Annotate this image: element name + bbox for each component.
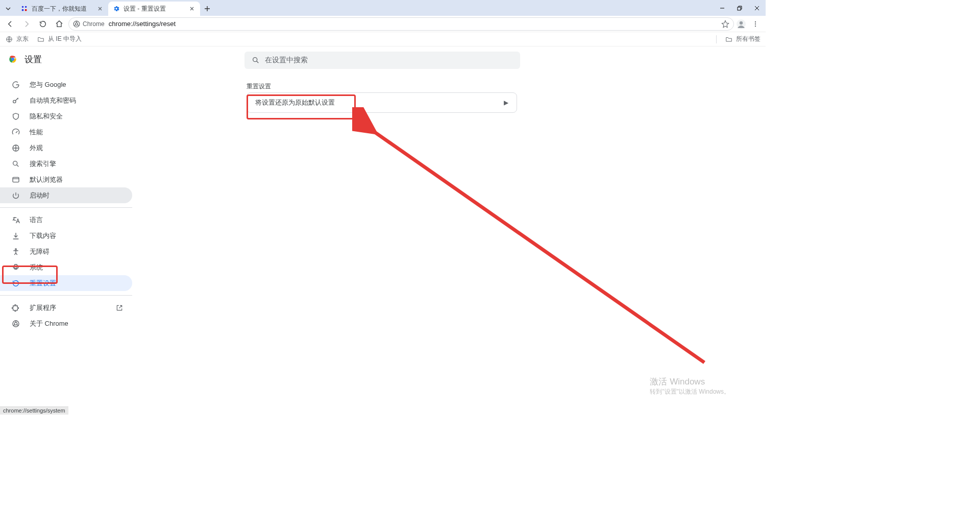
bookmarks-bar: 京东 从 IE 中导入 所有书签 — [0, 32, 766, 46]
windows-activation-watermark: 激活 Windows 转到"设置"以激活 Windows。 — [650, 376, 730, 396]
chrome-logo-icon — [8, 55, 17, 64]
tab-settings[interactable]: 设置 - 重置设置 — [108, 2, 200, 16]
settings-nav: 您与 Google 自动填充和密码 隐私和安全 性能 外观 搜索引擎 默认浏览器… — [0, 77, 135, 331]
download-icon — [11, 231, 20, 240]
nav-separator — [0, 295, 132, 296]
nav-privacy[interactable]: 隐私和安全 — [0, 108, 132, 124]
omnibox[interactable]: Chrome chrome://settings/reset — [68, 17, 734, 31]
browser-toolbar: Chrome chrome://settings/reset — [0, 16, 766, 32]
back-button[interactable] — [3, 17, 17, 31]
settings-header: 设置 — [0, 47, 135, 71]
reset-settings-label: 将设置还原为原始默认设置 — [255, 98, 335, 107]
nav-label: 性能 — [30, 128, 43, 137]
window-close-button[interactable] — [748, 0, 766, 16]
search-placeholder: 在设置中搜索 — [265, 56, 308, 65]
shield-icon — [11, 112, 20, 121]
svg-rect-20 — [13, 177, 19, 182]
nav-downloads[interactable]: 下载内容 — [0, 228, 132, 244]
nav-label: 外观 — [30, 143, 43, 153]
language-icon — [11, 215, 20, 225]
globe-icon — [5, 35, 13, 43]
status-bar: chrome://settings/system — [0, 406, 68, 415]
nav-label: 重置设置 — [30, 279, 56, 288]
watermark-line2: 转到"设置"以激活 Windows。 — [650, 388, 730, 396]
reload-button[interactable] — [36, 17, 50, 31]
titlebar: 百度一下，你就知道 设置 - 重置设置 — [0, 0, 766, 16]
profile-avatar[interactable] — [736, 19, 746, 29]
key-icon — [11, 96, 20, 105]
reset-icon — [11, 279, 20, 288]
search-icon — [11, 159, 20, 168]
svg-point-1 — [25, 6, 27, 8]
forward-button[interactable] — [19, 17, 34, 31]
nav-appearance[interactable]: 外观 — [0, 140, 132, 156]
nav-accessibility[interactable]: 无障碍 — [0, 244, 132, 259]
nav-default-browser[interactable]: 默认浏览器 — [0, 172, 132, 187]
svg-point-6 — [76, 22, 78, 25]
bookmark-star-icon[interactable] — [721, 20, 729, 28]
svg-point-16 — [11, 58, 14, 60]
nav-label: 默认浏览器 — [30, 175, 63, 184]
nav-label: 无障碍 — [30, 247, 50, 256]
page-title: 设置 — [24, 54, 42, 65]
divider — [716, 35, 717, 43]
bookmark-ie-import[interactable]: 从 IE 中导入 — [37, 35, 82, 43]
nav-reset[interactable]: 重置设置 — [0, 275, 132, 291]
nav-search-engine[interactable]: 搜索引擎 — [0, 156, 132, 172]
nav-autofill[interactable]: 自动填充和密码 — [0, 92, 132, 108]
nav-label: 关于 Chrome — [30, 319, 68, 328]
svg-point-17 — [13, 100, 16, 103]
url-text: chrome://settings/reset — [109, 20, 717, 28]
browser-icon — [11, 175, 20, 184]
svg-point-2 — [22, 9, 24, 11]
nav-about-chrome[interactable]: 关于 Chrome — [0, 316, 132, 331]
bookmark-jd[interactable]: 京东 — [5, 35, 29, 43]
new-tab-button[interactable] — [200, 2, 214, 16]
appearance-icon — [11, 143, 20, 153]
settings-search[interactable]: 在设置中搜索 — [244, 52, 520, 69]
folder-icon — [725, 35, 733, 43]
svg-point-3 — [25, 9, 27, 11]
window-restore-button[interactable] — [731, 0, 748, 16]
reset-settings-row[interactable]: 将设置还原为原始默认设置 ▶ — [247, 92, 517, 113]
tab-close-icon[interactable] — [188, 5, 196, 13]
extension-icon — [11, 303, 20, 312]
nav-label: 自动填充和密码 — [30, 96, 76, 105]
power-icon — [11, 191, 20, 200]
tab-title: 百度一下，你就知道 — [32, 5, 93, 13]
svg-point-8 — [740, 21, 743, 24]
all-bookmarks-label: 所有书签 — [736, 35, 761, 43]
site-chip: Chrome — [73, 20, 105, 28]
all-bookmarks-button[interactable]: 所有书签 — [725, 35, 761, 43]
baidu-favicon-icon — [20, 5, 29, 13]
window-minimize-button[interactable] — [714, 0, 731, 16]
nav-label: 系统 — [30, 263, 43, 272]
speed-icon — [11, 128, 20, 137]
external-link-icon — [116, 304, 123, 311]
nav-extensions[interactable]: 扩展程序 — [0, 300, 132, 316]
nav-on-startup[interactable]: 启动时 — [0, 187, 132, 203]
nav-label: 语言 — [30, 215, 43, 225]
svg-point-9 — [755, 21, 756, 22]
svg-point-10 — [755, 23, 756, 24]
browser-menu-button[interactable] — [748, 17, 763, 31]
system-icon — [11, 263, 20, 272]
nav-you-and-google[interactable]: 您与 Google — [0, 77, 132, 92]
accessibility-icon — [11, 247, 20, 256]
nav-languages[interactable]: 语言 — [0, 212, 132, 228]
tab-search-dropdown[interactable] — [0, 2, 16, 16]
tab-baidu[interactable]: 百度一下，你就知道 — [16, 2, 108, 16]
nav-system[interactable]: 系统 — [0, 259, 132, 275]
nav-performance[interactable]: 性能 — [0, 124, 132, 140]
bookmark-label: 从 IE 中导入 — [48, 35, 82, 43]
home-button[interactable] — [52, 17, 66, 31]
nav-label: 启动时 — [30, 191, 50, 200]
tab-close-icon[interactable] — [96, 5, 104, 13]
folder-icon — [37, 35, 45, 43]
svg-point-0 — [22, 6, 24, 8]
settings-sidebar: 设置 您与 Google 自动填充和密码 隐私和安全 性能 外观 搜索引擎 默认… — [0, 46, 135, 406]
g-icon — [11, 80, 20, 89]
nav-separator — [0, 207, 132, 208]
settings-page: 设置 您与 Google 自动填充和密码 隐私和安全 性能 外观 搜索引擎 默认… — [0, 46, 766, 406]
bookmark-label: 京东 — [16, 35, 29, 43]
